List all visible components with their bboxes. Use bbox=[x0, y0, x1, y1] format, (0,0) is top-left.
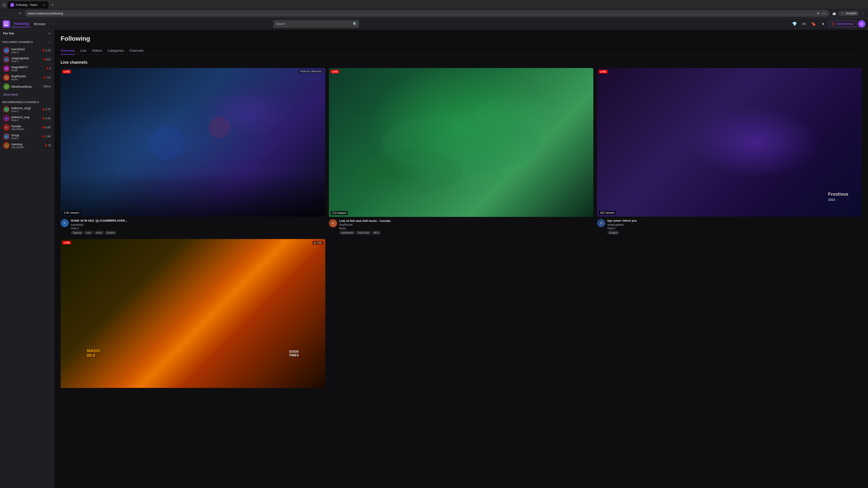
live-dot-magic899tv bbox=[46, 68, 49, 69]
back-button[interactable]: ← bbox=[2, 10, 8, 17]
channel-name-magic899tv: Magic899TV bbox=[11, 66, 45, 69]
good-times-text: GOODTIMES bbox=[289, 350, 299, 357]
sidebar-channel-kyedae[interactable]: K Kyedae VALORANT 8.8K bbox=[1, 123, 53, 132]
channel-info-kukudota2: kukudota2 Dota 2 bbox=[11, 47, 41, 54]
viewer-count-kukudota2: 3.3K bbox=[45, 49, 51, 52]
get-ad-free-button[interactable]: 🚫 Get Ad-Free bbox=[829, 21, 856, 27]
messages-icon-button[interactable]: ✉ bbox=[800, 20, 808, 28]
stream-thumbnail-inner-rayrachel bbox=[329, 68, 594, 217]
sidebar-channel-mikarosemusic[interactable]: M MikaRoseMusic Offline bbox=[1, 82, 53, 91]
tag-english[interactable]: English bbox=[105, 231, 116, 234]
extensions-button[interactable]: ☕ bbox=[831, 10, 837, 17]
channel-game-kyedae: VALORANT bbox=[11, 128, 41, 131]
channel-avatar-gorgc: G bbox=[3, 133, 9, 140]
new-tab-button[interactable]: + bbox=[49, 2, 56, 8]
channel-info-mikarosemusic: MikaRoseMusic bbox=[11, 85, 41, 88]
channel-game-magic899tv: Music bbox=[11, 69, 45, 72]
sidebar-channel-betboom-eng2[interactable]: b betboom_eng2 Dota 2 2.7K bbox=[1, 105, 53, 114]
viewer-count-betboom-eng: 8.3K bbox=[45, 117, 51, 120]
tag-dota2[interactable]: dota2 bbox=[94, 231, 104, 234]
viewer-count-betboom-eng2: 2.7K bbox=[45, 108, 51, 111]
magic-text-overlay: MAGIC89.9 GOODTIMES bbox=[87, 349, 299, 358]
nav-browse[interactable]: Browse bbox=[32, 21, 48, 27]
ad-free-label: Get Ad-Free bbox=[837, 22, 853, 26]
sidebar-collapse-icon[interactable]: ⇦ bbox=[48, 31, 51, 35]
reload-button[interactable]: ↻ bbox=[17, 10, 24, 17]
viewer-count-inamiing: 78 bbox=[48, 144, 51, 147]
bits-icon-button[interactable]: 💎 bbox=[791, 20, 798, 28]
stream-details-rayrachel: Lots of fish and chill music - !socials … bbox=[339, 219, 594, 235]
sort-followed-button[interactable]: ↕ bbox=[47, 39, 52, 44]
channel-status-kukudota2: 3.3K bbox=[42, 49, 51, 52]
watchlist-icon-button[interactable]: 🔖 bbox=[810, 20, 817, 28]
tab-live[interactable]: Live bbox=[80, 47, 87, 55]
user-avatar[interactable]: U bbox=[858, 20, 865, 28]
tab-videos[interactable]: Videos bbox=[92, 47, 102, 55]
tag-english-solap[interactable]: English bbox=[608, 231, 619, 234]
active-tab[interactable]: T Following - Twitch ✕ bbox=[8, 1, 49, 8]
live-badge-magic899tv: LIVE bbox=[62, 241, 71, 245]
stream-title-solapsapdota: bye yowe i block you bbox=[608, 219, 862, 223]
search-input[interactable] bbox=[273, 20, 359, 28]
tab-overview[interactable]: Overview bbox=[61, 47, 75, 55]
sidebar-channel-magic899tv[interactable]: M Magic899TV Music 2 bbox=[1, 64, 53, 73]
svg-point-0 bbox=[149, 125, 184, 160]
tag-tagalog[interactable]: Tagalog bbox=[71, 231, 84, 234]
for-you-item[interactable]: For You ⇦ bbox=[1, 30, 53, 37]
forward-button[interactable]: → bbox=[9, 10, 16, 17]
stream-card-magic899tv[interactable]: MAGIC89.9 GOODTIMES ► LIVE LIVE bbox=[61, 239, 325, 390]
tag-kuku[interactable]: kuku bbox=[84, 231, 93, 234]
tag-hypetrain[interactable]: HypeTrain bbox=[356, 231, 371, 234]
channel-status-magic899tv: 2 bbox=[46, 67, 51, 70]
extension-icon[interactable]: ▭ bbox=[822, 11, 827, 16]
svg-point-5 bbox=[474, 98, 554, 128]
search-button[interactable]: 🔍 bbox=[353, 22, 358, 26]
channel-info-inamiing: inamiing VALORANT bbox=[11, 142, 43, 149]
stream-thumbnail-inner-kukudota2 bbox=[61, 68, 325, 217]
incognito-badge[interactable]: 🕴 Incognito bbox=[838, 11, 859, 16]
stream-streamer-kukudota2: kukudota2 bbox=[71, 223, 325, 226]
show-more-button[interactable]: Show More bbox=[1, 91, 53, 98]
tag-cardbreaks[interactable]: cardbreaks bbox=[339, 231, 355, 234]
channel-avatar-mikarosemusic: M bbox=[3, 84, 9, 90]
main-content: Following Overview Live Videos Categorie… bbox=[54, 30, 868, 488]
sidebar-channel-kukudota2[interactable]: K kukudota2 Dota 2 3.3K bbox=[1, 46, 53, 55]
sidebar-channel-solapsapdota[interactable]: S solapsapdota Dota 2 622 bbox=[1, 55, 53, 64]
twitch-logo[interactable] bbox=[3, 20, 10, 28]
channel-info-betboom-eng2: betboom_eng2 Dota 2 bbox=[11, 106, 41, 112]
live-dot-inamiing bbox=[45, 144, 47, 147]
tab-categories[interactable]: Categories bbox=[107, 47, 124, 55]
bookmark-star-icon[interactable]: ★ bbox=[815, 11, 820, 16]
sidebar-channel-betboom-eng[interactable]: b betboom_eng Dota 2 8.3K bbox=[1, 114, 53, 123]
channel-status-gorgc: 1.8K bbox=[42, 135, 51, 138]
tag-mls[interactable]: MLS bbox=[372, 231, 381, 234]
search-box: 🔍 bbox=[273, 20, 359, 28]
sidebar-channel-gorgc[interactable]: G Gorgc Dota 2 1.8K bbox=[1, 132, 53, 141]
stream-card-solapsapdota[interactable]: Frostivus2023 LIVE 622 viewers S bye yow… bbox=[597, 68, 862, 234]
notifications-icon-button[interactable]: ● bbox=[819, 20, 827, 28]
for-you-icons: ⇦ bbox=[48, 31, 51, 35]
stream-streamer-solapsapdota: solapsapdota bbox=[608, 223, 862, 226]
tab-channels[interactable]: Channels bbox=[129, 47, 144, 55]
stream-card-kukudota2[interactable]: LIVE RIVALRY.LINK/KUKU 3.3K viewers K RA… bbox=[61, 68, 325, 234]
viewer-count-magic899tv: 2 bbox=[49, 67, 51, 70]
tab-close-button[interactable]: ✕ bbox=[42, 3, 46, 7]
address-bar[interactable]: twitch.tv/directory/following ★ ▭ bbox=[25, 10, 830, 17]
chrome-menu-button[interactable]: ⋮ bbox=[860, 10, 866, 17]
nav-more-button[interactable]: ⋯ bbox=[50, 21, 57, 27]
tab-list-button[interactable]: ▼ bbox=[2, 2, 7, 7]
stream-thumbnail-magic899tv: MAGIC89.9 GOODTIMES ► LIVE LIVE bbox=[61, 239, 325, 388]
channel-game-gorgc: Dota 2 bbox=[11, 137, 41, 140]
streamer-avatar-rayrachel: R bbox=[329, 219, 337, 227]
sidebar-channel-inamiing[interactable]: i inamiing VALORANT 78 bbox=[1, 141, 53, 150]
sidebar-channel-rayrachel[interactable]: R RayRachel Music 713 bbox=[1, 73, 53, 82]
stream-grid: LIVE RIVALRY.LINK/KUKU 3.3K viewers K RA… bbox=[61, 68, 862, 234]
followed-channels-header: FOLLOWED CHANNELS ↕ bbox=[0, 37, 54, 46]
fish-bg bbox=[329, 68, 594, 217]
nav-following[interactable]: Following bbox=[12, 21, 31, 27]
stream-info-rayrachel: R Lots of fish and chill music - !social… bbox=[329, 219, 594, 235]
channel-status-inamiing: 78 bbox=[45, 144, 51, 147]
viewer-badge-kukudota2: 3.3K viewers bbox=[62, 211, 81, 215]
stream-card-rayrachel[interactable]: LIVE 713 viewers R Lots of fish and chil… bbox=[329, 68, 594, 234]
ad-free-icon: 🚫 bbox=[832, 22, 835, 26]
